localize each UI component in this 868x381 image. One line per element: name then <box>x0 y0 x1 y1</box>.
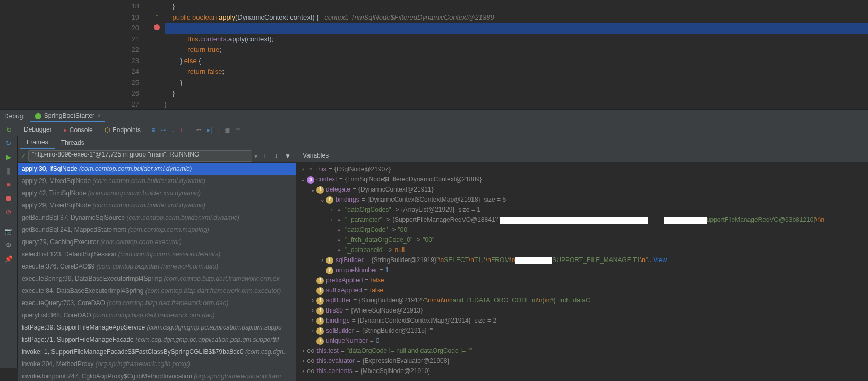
stack-frame[interactable]: query:79, CachingExecutor (com.comtop.co… <box>18 236 296 248</box>
code-editor[interactable]: 18192021222324252627 ↑ } public boolean … <box>0 0 868 109</box>
stack-frame[interactable]: invokeJoinpoint:747, CglibAopProxy$Cglib… <box>18 370 296 381</box>
stack-frame[interactable]: executeSpring:96, DataBaseExecutorImpl4S… <box>18 273 296 285</box>
thread-selector[interactable]: "http-nio-8096-exec-1"@17,725 in group "… <box>28 150 252 162</box>
stack-frame[interactable]: apply:42, TrimSqlNode (com.comtop.corm.b… <box>18 187 296 200</box>
code-content[interactable]: } public boolean apply(DynamicContext co… <box>165 0 868 109</box>
rerun-icon[interactable]: ↻ <box>6 126 12 134</box>
variable-node[interactable]: ›≡"_parameter"->{SupportFileManageReqVO@… <box>296 215 868 225</box>
gutter-line-numbers: 18192021222324252627 <box>0 0 149 109</box>
variable-node[interactable]: ›oothis.test="dataOrgCode != null and da… <box>296 346 868 356</box>
stack-frame[interactable]: executeQuery:703, CoreDAO (com.comtop.bi… <box>18 297 296 309</box>
stack-frame[interactable]: queryList:368, CoreDAO (com.comtop.bizp.… <box>18 309 296 322</box>
stack-frame[interactable]: getBoundSql:241, MappedStatement (com.co… <box>18 224 296 236</box>
debugger-sub-tabs: Frames Threads <box>18 136 868 149</box>
frame-list[interactable]: apply:30, IfSqlNode (com.comtop.corm.bui… <box>18 163 296 381</box>
execution-line-highlight <box>165 23 868 34</box>
debug-toolbar: ↻ Debugger ▸Console ⬡Endpoints ≡ ⤻ ↓ ↓ ↑… <box>0 123 868 136</box>
step-out-icon[interactable]: ↑ <box>188 126 191 134</box>
evaluate-icon[interactable]: ▦ <box>224 126 230 134</box>
stack-frame[interactable]: invoke:-1, SupportFileManageFacade$$Fast… <box>18 346 296 358</box>
bug-icon: ⬤ <box>35 112 41 119</box>
stack-frame[interactable]: apply:29, MixedSqlNode (com.comtop.corm.… <box>18 200 296 212</box>
step-over-icon[interactable]: ⤻ <box>160 126 166 134</box>
override-icon: ↑ <box>155 13 158 20</box>
mute-breakpoints-icon[interactable]: ⊘ <box>3 206 14 218</box>
stack-frame[interactable]: invoke:204, MethodProxy (org.springframe… <box>18 358 296 370</box>
next-frame-icon[interactable]: ↓ <box>271 152 281 160</box>
frames-panel: ✓ "http-nio-8096-exec-1"@17,725 in group… <box>18 149 296 381</box>
run-to-cursor-icon[interactable]: ▸| <box>207 126 212 134</box>
variable-node[interactable]: ›fsqlBuilder={StringBuilder@21915} "" <box>296 326 868 336</box>
stack-frame[interactable]: execute:84, DataBaseExecutorImpl4Spring … <box>18 285 296 297</box>
variable-node[interactable]: ⌄fdelegate={DynamicContext@21911} <box>296 185 868 195</box>
tab-threads[interactable]: Threads <box>55 137 91 149</box>
stack-frame[interactable]: getBoundSql:37, DynamicSqlSource (com.co… <box>18 212 296 224</box>
breakpoint-icon <box>154 24 160 30</box>
variable-node[interactable]: ›fsqlBuilder={StringBuilder@21919} "\n S… <box>296 255 868 265</box>
step-into-icon[interactable]: ↓ <box>171 126 174 134</box>
variable-node[interactable]: ›oothis.evaluator={ExpressionEvaluator@2… <box>296 356 868 366</box>
stack-frame[interactable]: apply:30, IfSqlNode (com.comtop.corm.bui… <box>18 163 296 175</box>
variable-node[interactable]: funiqueNumber=1 <box>296 265 868 275</box>
variable-node[interactable]: ›≡"dataOrgCodes"->{ArrayList@21929} size… <box>296 205 868 215</box>
variable-node[interactable]: ›fthis$0={WhereSqlNode@21913} <box>296 306 868 316</box>
variable-node[interactable]: ⌄pcontext={TrimSqlNode$FilteredDynamicCo… <box>296 175 868 185</box>
update-icon[interactable]: ↻ <box>3 137 14 149</box>
variable-node[interactable]: ›oothis.contents={MixedSqlNode@21910} <box>296 366 868 376</box>
settings-icon[interactable]: ⚙ <box>3 239 14 251</box>
pause-icon[interactable]: ∥ <box>3 165 14 177</box>
variable-node[interactable]: ›fbindings={DynamicContext$ContextMap@21… <box>296 316 868 326</box>
variable-node[interactable]: ≡"dataOrgCode"->"00" <box>296 225 868 235</box>
stack-frame[interactable]: execute:376, CoreDAO$9 (com.comtop.bizp.… <box>18 261 296 273</box>
show-execution-point-icon[interactable]: ≡ <box>151 126 155 134</box>
prev-frame-icon[interactable]: ↑ <box>260 152 269 160</box>
debug-session-tab[interactable]: ⬤ SpringBootStarter × <box>30 110 105 122</box>
variable-node[interactable]: ⌄fbindings={DynamicContext$ContextMap@21… <box>296 195 868 205</box>
tab-debugger[interactable]: Debugger <box>19 123 57 137</box>
stop-icon[interactable]: ■ <box>3 179 14 190</box>
filter-icon[interactable]: ▼ <box>283 152 293 160</box>
debug-side-toolbar: ↻ ▶ ∥ ■ ⊘ 📷 ⚙ 📌 <box>0 136 18 368</box>
variable-node[interactable]: fprefixApplied=false <box>296 275 868 285</box>
debug-label: Debug: <box>4 112 25 120</box>
close-icon[interactable]: × <box>97 112 101 119</box>
resume-icon[interactable]: ▶ <box>3 151 14 163</box>
pin-icon[interactable]: 📌 <box>3 253 14 265</box>
endpoints-icon: ⬡ <box>105 126 110 134</box>
thread-check-icon: ✓ <box>21 152 26 160</box>
variable-node[interactable]: ›≡this={IfSqlNode@21907} <box>296 164 868 175</box>
stack-frame[interactable]: listPage:39, SupportFileManageAppService… <box>18 322 296 334</box>
get-thread-dump-icon[interactable]: 📷 <box>3 226 14 237</box>
tab-endpoints[interactable]: ⬡Endpoints <box>99 124 146 136</box>
drop-frame-icon[interactable]: ⤺ <box>196 126 202 134</box>
console-icon: ▸ <box>64 126 67 134</box>
variables-header: Variables <box>296 149 868 162</box>
stack-frame[interactable]: selectList:123, DefaultSqlSession (com.c… <box>18 248 296 261</box>
variable-node[interactable]: ≡"_frch_dataOrgCode_0"->"00" <box>296 235 868 245</box>
variable-node[interactable]: fsuffixApplied=false <box>296 285 868 296</box>
session-name: SpringBootStarter <box>44 112 94 119</box>
stack-frame[interactable]: listPage:71, SupportFileManageFacade (co… <box>18 334 296 346</box>
debug-toolwindow-header: Debug: ⬤ SpringBootStarter × <box>0 109 868 123</box>
variables-tree[interactable]: ›≡this={IfSqlNode@21907}⌄pcontext={TrimS… <box>296 162 868 378</box>
variables-panel: Variables ›≡this={IfSqlNode@21907}⌄pcont… <box>296 149 868 381</box>
variable-node[interactable]: funiqueNumber=0 <box>296 336 868 346</box>
view-breakpoints-icon[interactable] <box>3 193 14 204</box>
variable-node[interactable]: ›fsqlBuffer={StringBuilder@21912} "\n \n… <box>296 296 868 306</box>
tab-console[interactable]: ▸Console <box>58 124 98 136</box>
gutter-markers: ↑ <box>149 0 165 109</box>
stack-frame[interactable]: apply:29, MixedSqlNode (com.comtop.corm.… <box>18 175 296 187</box>
force-step-into-icon[interactable]: ↓ <box>179 126 183 134</box>
trace-icon[interactable]: ≣ <box>235 126 240 134</box>
tab-frames[interactable]: Frames <box>20 136 55 149</box>
variable-node[interactable]: ≡"_databaseId"->null <box>296 245 868 255</box>
